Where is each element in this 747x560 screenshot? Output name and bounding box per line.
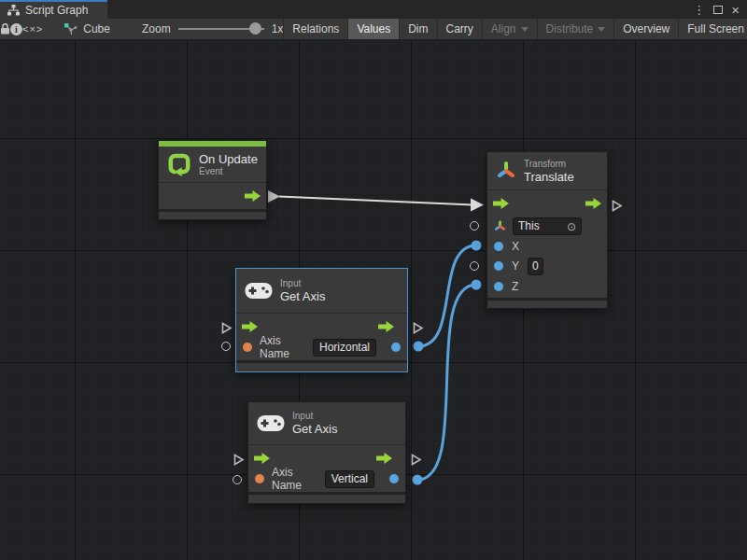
- zoom-value: 1x: [272, 22, 284, 35]
- value-port-ghost-circle[interactable]: [233, 475, 242, 484]
- transform-port-icon: [494, 220, 506, 232]
- value-port-ghost-circle[interactable]: [470, 221, 479, 231]
- port-row-x: X: [487, 236, 607, 256]
- carry-button[interactable]: Carry: [437, 19, 482, 39]
- flow-output-port[interactable]: [376, 453, 392, 464]
- gamepad-icon: [257, 414, 285, 432]
- string-input-port[interactable]: [255, 474, 264, 483]
- port-row-axis-name: Axis Name Horizontal: [236, 337, 407, 357]
- node-footer: [159, 209, 266, 219]
- node-title: Get Axis: [292, 422, 337, 436]
- script-graph-window: Script Graph ⋮ × i <×>: [0, 0, 747, 560]
- port-row-y: Y 0: [487, 256, 607, 276]
- flow-input-port[interactable]: [242, 321, 258, 332]
- flow-port-ghost-triangle[interactable]: [413, 322, 424, 334]
- dim-button[interactable]: Dim: [399, 19, 436, 39]
- flow-port-ghost-triangle[interactable]: [612, 200, 623, 212]
- flow-output-port[interactable]: [378, 321, 394, 332]
- graph-hierarchy-icon: [7, 5, 20, 16]
- node-title: Translate: [524, 170, 574, 184]
- zoom-slider-handle[interactable]: [249, 22, 261, 35]
- flow-output-port[interactable]: [245, 190, 261, 202]
- node-category: Input: [292, 411, 337, 422]
- fullscreen-button[interactable]: Full Screen: [678, 19, 747, 39]
- value-input-port-z[interactable]: [494, 282, 503, 291]
- distribute-button[interactable]: Distribute: [537, 19, 614, 39]
- dropdown-caret-icon: [521, 27, 529, 32]
- flow-wire-on-update-to-translate[interactable]: [279, 197, 472, 205]
- node-header: Input Get Axis: [236, 269, 407, 314]
- value-output-port[interactable]: [389, 474, 399, 483]
- node-footer: [487, 298, 607, 308]
- value-input-port-y[interactable]: [494, 261, 503, 271]
- port-label: Axis Name: [260, 334, 305, 360]
- string-input-port[interactable]: [243, 343, 252, 352]
- node-get-axis-vertical[interactable]: Input Get Axis Axis Name Vertical: [247, 401, 406, 504]
- axis-name-field[interactable]: Vertical: [325, 470, 374, 488]
- loop-event-icon: [167, 152, 191, 176]
- tab-bar: Script Graph ⋮ ×: [0, 0, 747, 19]
- node-get-axis-horizontal[interactable]: Input Get Axis Axis Name Horizontal: [235, 268, 408, 372]
- variables-button[interactable]: <×>: [22, 19, 43, 39]
- port-row-this: This ⊙: [487, 217, 607, 236]
- relations-button[interactable]: Relations: [283, 19, 347, 39]
- wire-endpoint-dot: [472, 280, 482, 290]
- tab-title: Script Graph: [25, 4, 88, 17]
- node-category: Transform: [524, 159, 574, 170]
- value-port-ghost-circle[interactable]: [470, 261, 479, 271]
- zoom-label: Zoom: [142, 22, 171, 35]
- value-wire-vertical-to-z[interactable]: [417, 285, 476, 480]
- info-icon: i: [10, 23, 22, 35]
- node-subtitle: Event: [199, 166, 258, 177]
- node-header: Input Get Axis: [248, 402, 405, 445]
- flow-ports-row: [487, 190, 607, 217]
- port-label: X: [512, 240, 519, 253]
- wire-endpoint-dot: [472, 241, 482, 251]
- window-menu-icon[interactable]: ⋮: [693, 4, 705, 16]
- values-button[interactable]: Values: [347, 19, 399, 39]
- overview-button[interactable]: Overview: [613, 19, 678, 39]
- zoom-slider[interactable]: [178, 19, 264, 39]
- zoom-control: Zoom 1x: [142, 19, 283, 39]
- node-header: On Update Event: [159, 147, 266, 184]
- align-button[interactable]: Align: [482, 19, 537, 39]
- window-controls: ⋮ ×: [693, 0, 747, 19]
- value-wire-horizontal-to-x[interactable]: [418, 245, 476, 346]
- port-label: Z: [512, 280, 518, 293]
- flow-output-port[interactable]: [585, 198, 601, 209]
- node-footer: [236, 360, 407, 371]
- flow-wire-start-arrow-icon: [268, 190, 280, 203]
- value-output-port[interactable]: [391, 343, 401, 352]
- lock-icon: [0, 23, 10, 35]
- value-port-ghost-circle[interactable]: [221, 342, 231, 351]
- node-footer: [248, 492, 405, 503]
- flow-port-ghost-triangle[interactable]: [233, 454, 245, 466]
- flow-port-ghost-triangle[interactable]: [411, 454, 422, 466]
- flow-wire-end-arrow-icon: [471, 199, 484, 212]
- object-picker-icon[interactable]: ⊙: [567, 221, 576, 232]
- tab-script-graph[interactable]: Script Graph: [0, 0, 107, 19]
- lock-button[interactable]: [0, 19, 10, 39]
- flow-input-port[interactable]: [254, 453, 270, 464]
- info-button[interactable]: i: [10, 19, 22, 39]
- port-label: Y: [512, 259, 519, 273]
- wire-endpoint-dot: [413, 475, 423, 485]
- close-icon[interactable]: ×: [731, 3, 740, 17]
- node-on-update[interactable]: On Update Event: [158, 140, 267, 220]
- node-header: Transform Translate: [487, 152, 607, 190]
- node-translate[interactable]: Transform Translate: [486, 151, 608, 309]
- graph-canvas[interactable]: On Update Event: [0, 40, 747, 560]
- y-value-field[interactable]: 0: [528, 258, 543, 275]
- flow-ports-row: [159, 183, 266, 209]
- axis-name-field[interactable]: Horizontal: [313, 339, 376, 357]
- node-category: Input: [280, 278, 325, 289]
- node-title: Get Axis: [280, 289, 325, 303]
- maximize-icon[interactable]: [713, 6, 723, 14]
- flow-input-port[interactable]: [493, 198, 509, 209]
- port-row-axis-name: Axis Name Vertical: [248, 469, 405, 489]
- graph-target[interactable]: Cube: [63, 19, 110, 39]
- this-object-field[interactable]: This ⊙: [513, 217, 582, 235]
- value-input-port-x[interactable]: [494, 242, 503, 251]
- flow-port-ghost-triangle[interactable]: [221, 322, 233, 334]
- graph-network-icon: [63, 22, 78, 35]
